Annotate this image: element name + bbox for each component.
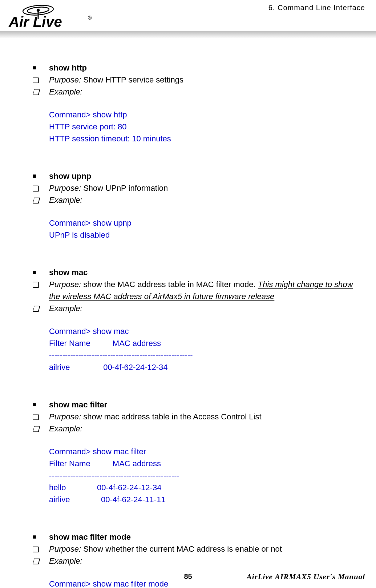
- purpose-label: Purpose:: [49, 412, 83, 421]
- purpose-label: Purpose:: [49, 280, 81, 289]
- example-label: Example:: [49, 555, 365, 567]
- command-title: show mac: [49, 266, 365, 278]
- code-output: Command> show http HTTP service port: 80…: [49, 109, 365, 145]
- purpose-label: Purpose:: [49, 75, 81, 84]
- example-label: Example:: [49, 423, 365, 435]
- section-show-mac-filter: show mac filter Purpose: show mac addres…: [49, 399, 365, 506]
- command-title: show mac filter mode: [49, 531, 365, 543]
- chapter-title: 6. Command Line Interface: [268, 4, 365, 12]
- purpose-text: Show HTTP service settings: [81, 75, 183, 84]
- page-number: 85: [184, 572, 192, 581]
- airlive-logo: Air Live ®: [7, 3, 96, 33]
- purpose-text: show mac address table in the Access Con…: [83, 412, 261, 421]
- purpose-text: show the MAC address table in MAC filter…: [81, 280, 258, 289]
- purpose-text: Show whether the current MAC address is …: [81, 544, 282, 553]
- code-output: Command> show mac filter Filter Name MAC…: [49, 446, 365, 506]
- manual-title: AirLive AIRMAX5 User's Manual: [247, 572, 365, 581]
- svg-text:®: ®: [88, 15, 92, 21]
- main-content: show http Purpose: Show HTTP service set…: [0, 40, 376, 588]
- page-footer: 85 AirLive AIRMAX5 User's Manual: [0, 572, 376, 581]
- command-title: show upnp: [49, 170, 365, 182]
- svg-text:Air Live: Air Live: [8, 14, 62, 30]
- purpose-label: Purpose:: [49, 544, 81, 553]
- section-show-http: show http Purpose: Show HTTP service set…: [49, 62, 365, 145]
- purpose-line: Purpose: Show whether the current MAC ad…: [49, 543, 365, 555]
- section-show-mac: show mac Purpose: show the MAC address t…: [49, 266, 365, 373]
- example-label: Example:: [49, 86, 365, 98]
- header-divider: [0, 31, 376, 38]
- purpose-line: Purpose: show mac address table in the A…: [49, 411, 365, 423]
- purpose-line: Purpose: Show UPnP information: [49, 182, 365, 194]
- purpose-line: Purpose: Show HTTP service settings: [49, 74, 365, 86]
- example-label: Example:: [49, 302, 365, 314]
- command-title: show mac filter: [49, 399, 365, 411]
- code-output: Command> show mac Filter Name MAC addres…: [49, 325, 365, 373]
- svg-point-3: [37, 9, 39, 11]
- purpose-line: Purpose: show the MAC address table in M…: [49, 278, 365, 302]
- command-title: show http: [49, 62, 365, 74]
- code-output: Command> show upnp UPnP is disabled: [49, 217, 365, 241]
- purpose-text: Show UPnP information: [81, 184, 168, 193]
- section-show-upnp: show upnp Purpose: Show UPnP information…: [49, 170, 365, 241]
- page-header: 6. Command Line Interface Air Live ®: [0, 0, 376, 40]
- example-label: Example:: [49, 194, 365, 206]
- purpose-label: Purpose:: [49, 184, 81, 193]
